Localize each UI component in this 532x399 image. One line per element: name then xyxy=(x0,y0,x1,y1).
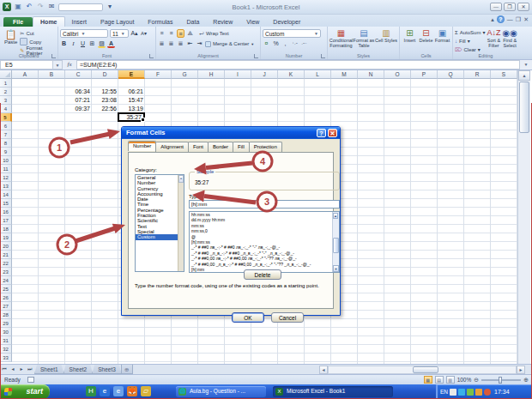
font-launcher-icon[interactable] xyxy=(149,54,154,58)
vscroll-thumb[interactable] xyxy=(519,82,529,133)
type-input[interactable]: [h]:mm xyxy=(189,200,340,209)
row-header[interactable]: 12 xyxy=(0,173,12,182)
cancel-button[interactable]: Cancel xyxy=(271,312,304,323)
next-sheet-icon[interactable]: ▸ xyxy=(17,365,26,374)
alignment-launcher-icon[interactable] xyxy=(254,54,258,58)
dialog-help-button[interactable]: ? xyxy=(317,129,326,137)
name-box-dropdown-icon[interactable]: ▼ xyxy=(53,60,63,70)
row-header[interactable]: 1 xyxy=(0,79,12,88)
underline-button[interactable]: U xyxy=(79,39,87,48)
tray-icon-1[interactable] xyxy=(458,389,465,396)
column-header[interactable]: B xyxy=(39,70,65,79)
row-header[interactable]: 10 xyxy=(0,156,12,165)
percent-icon[interactable]: % xyxy=(272,39,280,48)
column-header[interactable]: M xyxy=(331,70,358,79)
column-header[interactable]: P xyxy=(411,70,438,79)
row-header[interactable]: 19 xyxy=(0,233,12,242)
row-header[interactable]: 29 xyxy=(0,319,12,328)
cell-C3[interactable]: 07:21 xyxy=(65,96,92,105)
zoom-level[interactable]: 100% xyxy=(457,377,472,383)
dialog-tab-fill[interactable]: Fill xyxy=(233,142,250,152)
decrease-decimal-icon[interactable]: ·⁰⁻ xyxy=(300,39,308,48)
format-list-scrollbar[interactable]: ▲ ▼ xyxy=(332,212,339,272)
zoom-slider[interactable] xyxy=(481,379,521,381)
folder-icon[interactable]: ▱ xyxy=(141,386,151,396)
borders-icon[interactable]: ⊞ xyxy=(88,39,96,48)
column-header[interactable]: F xyxy=(145,70,172,79)
select-all-corner[interactable] xyxy=(0,70,12,79)
firefox-icon[interactable]: 🦊 xyxy=(127,386,137,396)
align-top-icon[interactable]: ≡ xyxy=(158,29,166,38)
formula-input[interactable]: =SUM(E2:E4) xyxy=(76,60,520,70)
cell-D2[interactable]: 12:55 xyxy=(92,88,118,96)
tab-view[interactable]: View xyxy=(239,17,266,27)
row-header[interactable]: 5 xyxy=(0,113,12,122)
fill-color-icon[interactable]: ▨ xyxy=(98,39,106,48)
column-header[interactable]: R xyxy=(464,70,491,79)
cell-E2[interactable]: 06:21 xyxy=(118,88,145,96)
column-header[interactable]: N xyxy=(358,70,384,79)
row-header[interactable]: 31 xyxy=(0,336,12,345)
find-select-button[interactable]: ◉◉ Find & Select xyxy=(502,28,517,53)
close-button[interactable]: ✕ xyxy=(517,3,529,11)
language-indicator[interactable]: EN xyxy=(440,389,448,395)
task-aula[interactable]: 🌐 Aula.bg - Question - ... xyxy=(176,386,266,397)
book-close-icon[interactable]: ✕ xyxy=(523,16,529,23)
comma-icon[interactable]: , xyxy=(281,39,289,48)
tray-icon-2[interactable] xyxy=(467,389,474,396)
row-header[interactable]: 14 xyxy=(0,190,12,199)
align-bottom-icon[interactable]: ≡ xyxy=(177,29,184,38)
tab-page-layout[interactable]: Page Layout xyxy=(94,17,141,27)
sheet-tab-2[interactable]: Sheet2 xyxy=(63,365,94,374)
clock[interactable]: 17:34 xyxy=(494,389,510,395)
view-page-layout-icon[interactable]: ▤ xyxy=(435,376,444,384)
format-cells-button[interactable]: ▣ Format xyxy=(434,28,450,43)
increase-indent-icon[interactable]: ⇥ xyxy=(196,39,203,48)
horizontal-scrollbar[interactable]: ◄ ► xyxy=(319,366,525,374)
tab-developer[interactable]: Developer xyxy=(266,17,307,27)
sort-filter-button[interactable]: A↓Z Sort & Filter xyxy=(487,28,500,53)
tab-insert[interactable]: Insert xyxy=(65,17,94,27)
cut-button[interactable]: ✂Cut xyxy=(20,29,56,37)
conditional-formatting-button[interactable]: ▦ Conditional Formatting xyxy=(329,28,353,48)
align-center-icon[interactable]: ≣ xyxy=(167,39,175,48)
first-sheet-icon[interactable]: ⏮ xyxy=(0,365,9,374)
bold-button[interactable]: B xyxy=(60,39,68,48)
macro-record-icon[interactable] xyxy=(27,377,34,383)
tab-data[interactable]: Data xyxy=(180,17,207,27)
clear-button[interactable]: ⌦Clear ▾ xyxy=(455,45,485,53)
align-left-icon[interactable]: ≣ xyxy=(158,39,166,48)
row-header[interactable]: 3 xyxy=(0,96,12,105)
tray-keyboard-icon[interactable] xyxy=(450,389,456,396)
cell-styles-button[interactable]: ▥ Cell Styles xyxy=(375,28,397,48)
prev-sheet-icon[interactable]: ◂ xyxy=(9,365,17,374)
row-header[interactable]: 30 xyxy=(0,328,12,336)
dialog-tab-number[interactable]: Number xyxy=(128,141,156,151)
start-button[interactable]: start xyxy=(0,384,50,399)
font-color-icon[interactable]: A xyxy=(107,39,115,48)
fmt-scroll-thumb[interactable] xyxy=(333,238,339,253)
cell-C4[interactable]: 09:37 xyxy=(65,105,92,113)
cell-C2[interactable]: 06:34 xyxy=(65,88,92,96)
column-header[interactable]: H xyxy=(198,70,225,79)
book-restore-icon[interactable]: ❐ xyxy=(516,16,521,23)
accounting-format-icon[interactable]: ¤ xyxy=(263,39,270,48)
column-header[interactable]: Q xyxy=(438,70,464,79)
sheet-tab-3[interactable]: Sheet3 xyxy=(92,365,122,374)
dialog-tab-protection[interactable]: Protection xyxy=(249,142,282,152)
format-code-list[interactable]: ▲ ▼ hh:mm:ssdd.m.yyyy hh:mmmm:ssmm:ss,0@… xyxy=(189,211,340,273)
formula-bar-expand-icon[interactable]: ▼ xyxy=(520,60,532,70)
clipboard-launcher-icon[interactable] xyxy=(51,54,56,58)
zoom-slider-thumb[interactable] xyxy=(499,377,502,384)
internet-explorer-icon[interactable]: e xyxy=(100,386,110,396)
tab-review[interactable]: Review xyxy=(206,17,239,27)
hscroll-left-icon[interactable]: ◄ xyxy=(319,366,328,374)
zoom-in-icon[interactable]: ⊕ xyxy=(523,377,529,384)
column-header[interactable]: O xyxy=(384,70,411,79)
browser-icon[interactable]: e xyxy=(113,386,124,396)
minimize-button[interactable]: — xyxy=(490,3,502,11)
vertical-scrollbar[interactable]: ▲ xyxy=(517,70,530,364)
restore-button[interactable]: ❐ xyxy=(504,3,516,11)
tab-formulas[interactable]: Formulas xyxy=(141,17,179,27)
row-header[interactable]: 33 xyxy=(0,354,12,362)
